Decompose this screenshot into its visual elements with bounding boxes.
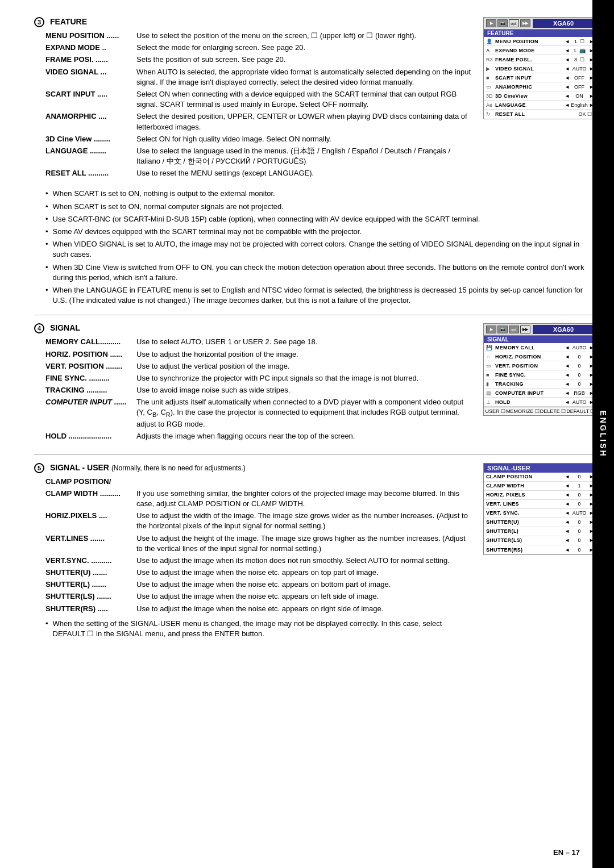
signal-section: 4 SIGNAL MEMORY CALL.......... Use to se… xyxy=(34,323,597,446)
def-term-tracking: TRACKING .......... xyxy=(45,385,136,395)
feature-menu-header: ▶ 📷 opt. ▶▶ XGA60 xyxy=(484,18,596,30)
def-term-clamp-width: CLAMP WIDTH .......... xyxy=(45,489,136,509)
footer-memorize: MEMORIZE ☐ xyxy=(506,408,540,414)
footer-delete: DELETE ☐ xyxy=(540,408,566,414)
signal-title: SIGNAL xyxy=(50,323,80,332)
signal-user-menu-image: SIGNAL-USER CLAMP POSITION ◄ 0 ► CLAMP W… xyxy=(483,463,597,649)
signal-user-bullet: • When the setting of the SIGNAL-USER me… xyxy=(45,619,472,639)
bullet-scart-on-1: • When SCART is set to ON, nothing is ou… xyxy=(45,189,597,199)
def-term-shutter-rs: SHUTTER(RS) ..... xyxy=(45,604,136,614)
tab-icon-2: 📷 xyxy=(497,19,508,27)
signal-number: 4 xyxy=(34,323,44,333)
def-desc-language: Use to select the language used in the m… xyxy=(136,146,472,166)
menu-row-menu-pos: 👤 MENU POSITION ◄ 1. ☐ ► xyxy=(484,37,596,46)
menu-icon-reset-all: ↻ xyxy=(486,111,495,117)
feature-number: 3 xyxy=(34,17,44,27)
def-term-frame: FRAME POSI. ...... xyxy=(45,55,136,65)
def-term-vert-lines: VERT.LINES ....... xyxy=(45,533,136,554)
footer-default: DEFAULT ☐ xyxy=(566,408,595,414)
menu-name-reset-all: RESET ALL xyxy=(495,111,544,117)
def-desc-vert-pos: Use to adjust the vertical position of t… xyxy=(136,361,472,372)
menu-icon-video-sig: ▶ xyxy=(486,66,495,72)
def-term-shutter-u: SHUTTER(U) ....... xyxy=(45,567,136,578)
signal-user-menu-section: SIGNAL-USER xyxy=(484,464,596,473)
signal-user-menu-table: SIGNAL-USER CLAMP POSITION ◄ 0 ► CLAMP W… xyxy=(483,463,597,555)
def-term-memory-call: MEMORY CALL.......... xyxy=(45,337,136,347)
def-item-memory-call: MEMORY CALL.......... Use to select AUTO… xyxy=(45,337,472,347)
su-row-clamp-width: CLAMP WIDTH ◄ 1 ► xyxy=(484,482,596,491)
feature-menu-table: ▶ 📷 opt. ▶▶ XGA60 FEATURE 👤 MENU POSITIO… xyxy=(483,17,597,119)
su-row-vert-lines: VERT. LINES ◄ 0 ► xyxy=(484,500,596,509)
def-item-shutter-u: SHUTTER(U) ....... Use to adjust the ima… xyxy=(45,567,472,578)
sig-tab-2: 📷 xyxy=(497,326,508,333)
def-item-horiz-pixels: HORIZ.PIXELS .... Use to adjust the widt… xyxy=(45,511,472,531)
def-term-menu-position: MENU POSITION ...... xyxy=(45,31,136,41)
page-container: ENGLISH 3 FEATURE MENU POSITION ...... U… xyxy=(0,0,614,868)
menu-name-frame: FRAME POSL. xyxy=(495,57,565,62)
menu-icon-scart: ■ xyxy=(486,75,495,81)
footer-user: USER ☐ xyxy=(485,408,505,414)
section-divider-2 xyxy=(34,454,597,455)
menu-row-reset-all: ↻ RESET ALL OK ☐ xyxy=(484,110,596,119)
sig-tab-1: ▶ xyxy=(486,326,496,333)
feature-menu-image: ▶ 📷 opt. ▶▶ XGA60 FEATURE 👤 MENU POSITIO… xyxy=(483,17,597,183)
sig-row-horiz: ↔ HORIZ. POSITION ◄ 0 ► xyxy=(484,352,596,361)
def-item-hold: HOLD ..................... Adjusts the i… xyxy=(45,431,472,441)
def-item-vert-pos: VERT. POSITION ........ Use to adjust th… xyxy=(45,361,472,372)
def-desc-reset: Use to reset the MENU settings (except L… xyxy=(136,168,472,178)
def-desc-shutter-rs: Use to adjust the image when the noise e… xyxy=(136,604,472,614)
menu-name-anamorphic: ANAMORPHIC xyxy=(495,84,565,90)
def-desc-comp-input: The unit adjusts itself automatically wh… xyxy=(136,397,472,429)
def-item-vert-lines: VERT.LINES ....... Use to adjust the hei… xyxy=(45,533,472,554)
def-desc-clamp-width: If you use something similar, the bright… xyxy=(136,489,472,509)
def-term-horiz-pixels: HORIZ.PIXELS .... xyxy=(45,511,136,531)
su-row-horiz-pixels: HORIZ. PIXELS ◄ 0 ► xyxy=(484,491,596,500)
signal-user-text: 5 SIGNAL - USER (Normally, there is no n… xyxy=(34,463,472,649)
def-item-menu-position: MENU POSITION ...... Use to select the p… xyxy=(45,31,472,41)
def-desc-clamp-pos xyxy=(136,477,472,487)
signal-menu-header: ▶ 📷 opt. ▶▶ XGA60 xyxy=(484,324,596,336)
def-desc-vert-sync: Use to adjust the image when its motion … xyxy=(136,556,472,566)
menu-row-scart: ■ SCART INPUT ◄ OFF ► xyxy=(484,73,596,82)
menu-icon-language: Aé xyxy=(486,102,495,108)
signal-menu-table: ▶ 📷 opt. ▶▶ XGA60 SIGNAL 💾 MEMORY CALL ◄… xyxy=(483,323,597,416)
signal-menu-title: XGA60 xyxy=(533,325,594,334)
def-item-expand: EXPAND MODE .. Select the mode for enlar… xyxy=(45,43,472,53)
def-item-tracking: TRACKING .......... Use to avoid image n… xyxy=(45,385,472,395)
def-desc-tracking: Use to avoid image noise such as wide st… xyxy=(136,385,472,395)
def-term-vert-pos: VERT. POSITION ........ xyxy=(45,361,136,372)
menu-name-language: LANGUAGE xyxy=(495,102,565,108)
su-row-clamp-pos: CLAMP POSITION ◄ 0 ► xyxy=(484,473,596,482)
def-term-hold: HOLD ..................... xyxy=(45,431,136,441)
signal-def-list: MEMORY CALL.......... Use to select AUTO… xyxy=(45,337,472,441)
signal-text: 4 SIGNAL MEMORY CALL.......... Use to se… xyxy=(34,323,472,446)
bullet-video-signal: • When VIDEO SIGNAL is set to AUTO, the … xyxy=(45,239,597,260)
page-number: EN – 17 xyxy=(553,848,580,857)
signal-user-def-list: CLAMP POSITION/ CLAMP WIDTH .......... I… xyxy=(45,477,472,614)
menu-row-expand: A EXPAND MODE ◄ 1. 📺 ► xyxy=(484,46,596,55)
def-desc-hold: Adjusts the image when flagging occurs n… xyxy=(136,431,472,441)
def-desc-anamorphic: Select the desired position, UPPER, CENT… xyxy=(136,111,472,132)
feature-bullets: • When SCART is set to ON, nothing is ou… xyxy=(45,189,597,306)
su-row-shutter-rs: SHUTTER(RS) ◄ 0 ► xyxy=(484,545,596,554)
def-term-scart: SCART INPUT ..... xyxy=(45,89,136,110)
menu-name-video-sig: VIDEO SIGNAL xyxy=(495,66,565,72)
def-item-anamorphic: ANAMORPHIC .... Select the desired posit… xyxy=(45,111,472,132)
def-item-clamp-pos: CLAMP POSITION/ xyxy=(45,477,472,487)
def-desc-frame: Sets the position of sub screen. See pag… xyxy=(136,55,472,65)
feature-text: 3 FEATURE MENU POSITION ...... Use to se… xyxy=(34,17,472,183)
def-term-clamp-pos: CLAMP POSITION/ xyxy=(45,477,136,487)
def-desc-scart: Select ON when connecting with a device … xyxy=(136,89,472,110)
su-row-shutter-u: SHUTTER(U) ◄ 0 ► xyxy=(484,518,596,527)
def-term-vert-sync: VERT.SYNC. .......... xyxy=(45,556,136,566)
def-term-fine-sync: FINE SYNC. .......... xyxy=(45,373,136,383)
menu-icon-expand: A xyxy=(486,48,495,53)
def-term-comp-input: COMPUTER INPUT ...... xyxy=(45,397,136,429)
menu-row-anamorphic: ▭ ANAMORPHIC ◄ OFF ► xyxy=(484,82,596,91)
bullet-language-ntsc: • When the LANGUAGE in FEATURE menu is s… xyxy=(45,285,597,306)
menu-row-frame: R3 FRAME POSL. ◄ 3. ☐ ► xyxy=(484,55,596,64)
sig-tab-3: opt. xyxy=(509,326,519,333)
signal-user-title: SIGNAL - USER (Normally, there is no nee… xyxy=(50,463,246,472)
def-desc-3d: Select ON for high quality video image. … xyxy=(136,134,472,144)
signal-user-section: 5 SIGNAL - USER (Normally, there is no n… xyxy=(34,463,597,649)
